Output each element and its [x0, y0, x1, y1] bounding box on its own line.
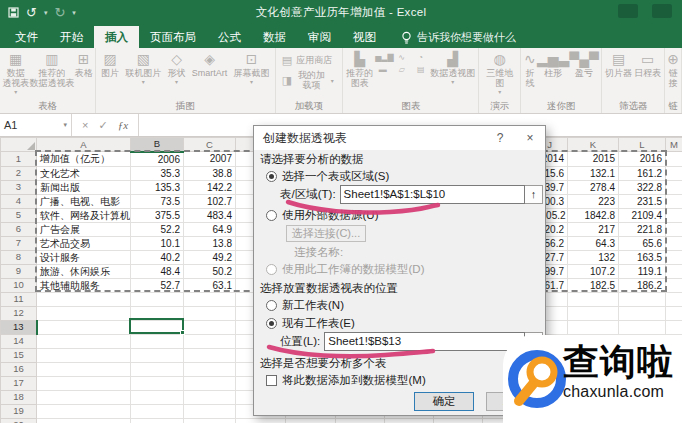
name-box[interactable]: A1 ▾ — [0, 114, 72, 136]
radio-external-source[interactable]: 使用外部数据源(U) — [254, 207, 544, 223]
cell-M8[interactable] — [666, 250, 682, 264]
cell-L8[interactable]: 163.5 — [619, 250, 666, 264]
cell-C14[interactable] — [184, 334, 236, 348]
cell-M9[interactable] — [666, 264, 682, 278]
cell-A19[interactable] — [37, 404, 131, 418]
cell-A11[interactable] — [37, 292, 131, 306]
cell-C5[interactable]: 483.4 — [184, 208, 236, 222]
cell-K13[interactable] — [568, 320, 619, 334]
tab-file[interactable]: 文件 — [4, 26, 49, 48]
cell-C17[interactable] — [184, 376, 236, 390]
cell-B4[interactable]: 73.5 — [131, 194, 184, 208]
enter-entry-icon[interactable]: ✓ — [98, 119, 107, 132]
cell-L3[interactable]: 322.8 — [619, 180, 666, 194]
ribbon-button-slicer[interactable]: ▤切片器 — [605, 51, 632, 78]
cell-K5[interactable]: 1842.8 — [568, 208, 619, 222]
column-header-M[interactable]: M — [666, 138, 682, 152]
row-header-10[interactable]: 10 — [1, 278, 37, 292]
column-header-K[interactable]: K — [568, 138, 619, 152]
cell-C15[interactable] — [184, 348, 236, 362]
cell-M12[interactable] — [666, 306, 682, 320]
window-controls[interactable] — [618, 4, 672, 18]
cell-G20[interactable] — [385, 418, 434, 423]
cell-L6[interactable]: 221.8 — [619, 222, 666, 236]
cell-L13[interactable] — [619, 320, 666, 334]
chart-type-icon[interactable]: ▱ — [394, 65, 409, 75]
row-header-20[interactable]: 20 — [1, 418, 37, 423]
cell-B8[interactable]: 40.2 — [131, 250, 184, 264]
cell-A17[interactable] — [37, 376, 131, 390]
location-input[interactable]: Sheet1!$B$13 — [324, 332, 525, 351]
cell-B18[interactable] — [131, 390, 184, 404]
column-header-A[interactable]: A — [37, 138, 131, 152]
cell-A15[interactable] — [37, 348, 131, 362]
cell-L1[interactable]: 2016 — [619, 152, 666, 167]
dialog-help-button[interactable]: ? — [485, 131, 515, 145]
ok-button[interactable]: 确定 — [414, 392, 474, 411]
cell-A2[interactable]: 文化艺术 — [37, 166, 131, 180]
cell-B7[interactable]: 10.1 — [131, 236, 184, 250]
cell-M4[interactable] — [666, 194, 682, 208]
cell-A6[interactable]: 广告会展 — [37, 222, 131, 236]
cell-A7[interactable]: 艺术品交易 — [37, 236, 131, 250]
insert-function-icon[interactable]: ƒx — [118, 119, 128, 131]
tab-formulas[interactable]: 公式 — [207, 26, 252, 48]
row-header-8[interactable]: 8 — [1, 250, 37, 264]
cell-K9[interactable]: 107.2 — [568, 264, 619, 278]
ribbon-button-screenshot[interactable]: ⊡屏幕截图▾ — [234, 51, 270, 85]
save-icon[interactable] — [8, 7, 19, 18]
row-header-2[interactable]: 2 — [1, 166, 37, 180]
radio-existing-worksheet[interactable]: 现有工作表(E) — [254, 315, 544, 331]
cell-L11[interactable] — [619, 292, 666, 306]
dialog-close-button[interactable]: × — [515, 131, 545, 145]
cell-M13[interactable] — [666, 320, 682, 334]
cell-K8[interactable]: 132 — [568, 250, 619, 264]
cell-A18[interactable] — [37, 390, 131, 404]
ribbon-button-3d-map[interactable]: ◍三维地 图▾ — [486, 51, 513, 95]
row-header-16[interactable]: 16 — [1, 362, 37, 376]
tab-view[interactable]: 视图 — [342, 26, 387, 48]
cell-A1[interactable]: 增加值（亿元） — [37, 152, 131, 167]
undo-icon[interactable]: ↺ — [26, 6, 37, 19]
chart-type-icon[interactable]: ◔ — [413, 53, 428, 63]
ribbon-button-smartart[interactable]: ◈SmartArt — [192, 51, 228, 78]
cell-A12[interactable] — [37, 306, 131, 320]
chart-type-icon[interactable]: ∿ — [394, 53, 409, 63]
row-header-6[interactable]: 6 — [1, 222, 37, 236]
cell-L4[interactable]: 231.5 — [619, 194, 666, 208]
cell-B14[interactable] — [131, 334, 184, 348]
cell-C3[interactable]: 142.2 — [184, 180, 236, 194]
column-header-B[interactable]: B — [131, 138, 184, 152]
cell-L9[interactable]: 119.1 — [619, 264, 666, 278]
ribbon-button-my-add-ins[interactable]: ◨我的加载项▾ — [282, 70, 334, 90]
column-header-C[interactable]: C — [184, 138, 236, 152]
cell-A4[interactable]: 广播、电视、电影 — [37, 194, 131, 208]
cell-F20[interactable] — [336, 418, 385, 423]
chart-type-icon[interactable]: ▤ — [413, 65, 428, 75]
cell-C19[interactable] — [184, 404, 236, 418]
cell-B17[interactable] — [131, 376, 184, 390]
radio-new-worksheet[interactable]: 新工作表(N) — [254, 297, 544, 313]
cell-K7[interactable]: 64.3 — [568, 236, 619, 250]
ribbon-button-recommended-charts[interactable]: ▙推荐的 图表 — [346, 51, 373, 88]
cell-K11[interactable] — [568, 292, 619, 306]
cell-B1[interactable]: 2006 — [131, 152, 184, 167]
ribbon-button-shapes[interactable]: ◇形状▾ — [168, 51, 186, 85]
cell-B3[interactable]: 135.3 — [131, 180, 184, 194]
cell-H20[interactable] — [434, 418, 483, 423]
ribbon-button-link[interactable]: ⊕链接 — [667, 51, 679, 88]
cell-C10[interactable]: 63.1 — [184, 278, 236, 292]
cell-A5[interactable]: 软件、网络及计算机服务 — [37, 208, 131, 222]
cell-C11[interactable] — [184, 292, 236, 306]
cell-B9[interactable]: 48.4 — [131, 264, 184, 278]
ribbon-button-pivottable[interactable]: ▦数据 透视表▾ — [2, 51, 29, 95]
cell-A14[interactable] — [37, 334, 131, 348]
cell-M6[interactable] — [666, 222, 682, 236]
table-range-input[interactable]: Sheet1!$A$1:$L$10 — [340, 185, 525, 204]
row-header-18[interactable]: 18 — [1, 390, 37, 404]
row-header-17[interactable]: 17 — [1, 376, 37, 390]
cell-C6[interactable]: 64.9 — [184, 222, 236, 236]
ribbon-button-online-pictures[interactable]: ▧联机图片▾ — [125, 51, 161, 85]
cell-B6[interactable]: 52.2 — [131, 222, 184, 236]
checkbox-add-to-data-model[interactable]: 将此数据添加到数据模型(M) — [254, 372, 544, 388]
